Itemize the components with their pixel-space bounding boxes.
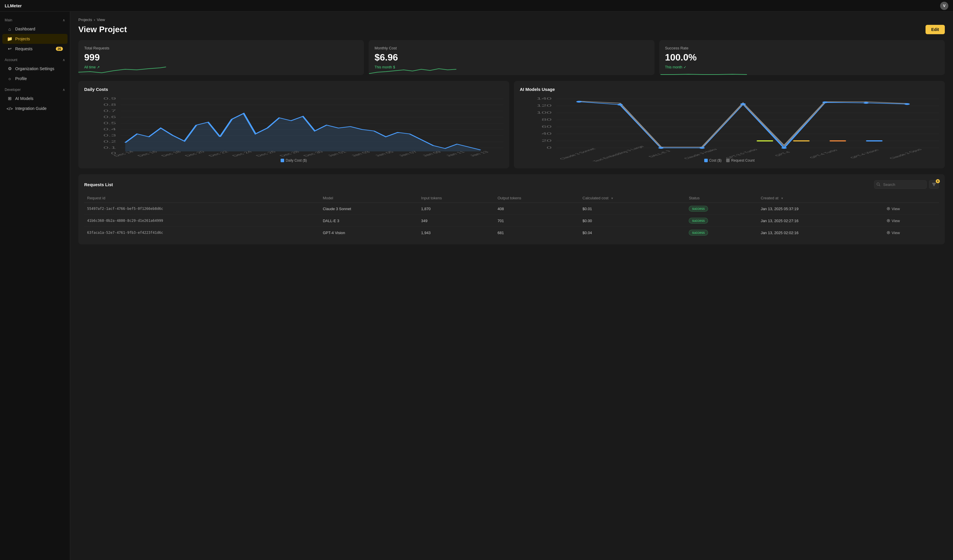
svg-rect-72	[830, 140, 846, 141]
svg-point-52	[576, 101, 582, 102]
filter-button[interactable]: 0	[929, 180, 939, 189]
legend-label-daily-cost: Daily Cost ($)	[286, 158, 307, 163]
cell-input-tokens: 1,943	[418, 227, 495, 239]
table-header: Request id Model Input tokens Output tok…	[84, 194, 939, 203]
app-body: Main ∧ ⌂ Dashboard 📁 Projects ↩ Requests…	[0, 12, 953, 560]
svg-text:GPT-4 Vision: GPT-4 Vision	[849, 149, 880, 159]
sidebar-item-projects[interactable]: 📁 Projects	[2, 34, 68, 44]
breadcrumb-current: View	[97, 17, 105, 22]
sidebar-item-integration-guide[interactable]: </> Integration Guide	[2, 104, 68, 113]
daily-costs-title: Daily Costs	[84, 87, 503, 92]
table-row: 55497af2-1acf-4766-bef5-0f1266eb8d6c Cla…	[84, 203, 939, 215]
legend-dot-daily-cost	[281, 159, 284, 162]
stat-value-monthly-cost: $6.96	[374, 52, 649, 63]
legend-dot-cost	[704, 159, 708, 162]
filter-badge: 0	[936, 179, 940, 183]
requests-icon: ↩	[7, 46, 12, 51]
cell-request-id: 55497af2-1acf-4766-bef5-0f1266eb8d6c	[84, 203, 320, 215]
svg-text:GPT-4 Turbo: GPT-4 Turbo	[808, 149, 839, 159]
cell-cost: $0.01	[580, 203, 686, 215]
sidebar-item-profile[interactable]: ○ Profile	[2, 74, 68, 84]
profile-icon: ○	[7, 76, 12, 81]
cell-input-tokens: 1,870	[418, 203, 495, 215]
col-actions	[883, 194, 939, 203]
sidebar-item-org-settings[interactable]: ⚙ Organization Settings	[2, 64, 68, 74]
ai-models-icon: ⊞	[7, 96, 12, 101]
cell-output-tokens: 701	[495, 215, 580, 227]
table-row: 41b6c360-0b2a-4800-8c29-d1e261a64999 DAL…	[84, 215, 939, 227]
table-header-row: Request id Model Input tokens Output tok…	[84, 194, 939, 203]
svg-text:Claude 3 Opus: Claude 3 Opus	[888, 148, 923, 159]
edit-button[interactable]: Edit	[925, 25, 945, 34]
ai-models-legend: Cost ($) Request Count	[520, 158, 939, 163]
search-icon-wrap	[874, 180, 927, 189]
svg-rect-71	[793, 140, 809, 141]
requests-tbody: 55497af2-1acf-4766-bef5-0f1266eb8d6c Cla…	[84, 203, 939, 239]
created-at-sort-icon: ▼	[781, 197, 784, 200]
requests-card: Requests List	[78, 174, 945, 244]
cell-created-at: Jan 13, 2025 05:37:19	[758, 203, 883, 215]
col-created-at[interactable]: Created at ▼	[758, 194, 883, 203]
svg-text:60: 60	[542, 125, 552, 128]
cell-view[interactable]: View	[883, 227, 939, 239]
daily-costs-card: Daily Costs 0.9 0.8 0.7 0.6	[78, 81, 509, 168]
cell-model: GPT-4 Vision	[320, 227, 418, 239]
svg-text:20: 20	[542, 139, 552, 142]
cell-view[interactable]: View	[883, 203, 939, 215]
legend-label-request-count: Request Count	[731, 158, 754, 163]
col-model: Model	[320, 194, 418, 203]
cell-output-tokens: 681	[495, 227, 580, 239]
main-content: Projects › View View Project Edit Total …	[70, 12, 953, 560]
svg-text:Claude 3 Haiku: Claude 3 Haiku	[682, 148, 718, 160]
svg-point-82	[888, 220, 889, 221]
svg-point-59	[863, 102, 869, 104]
dashboard-icon: ⌂	[7, 26, 12, 31]
col-output-tokens: Output tokens	[495, 194, 580, 203]
cell-output-tokens: 408	[495, 203, 580, 215]
sidebar-item-dashboard[interactable]: ⌂ Dashboard	[2, 24, 68, 34]
integration-icon: </>	[7, 106, 12, 111]
svg-text:Jan 03: Jan 03	[349, 150, 371, 157]
topbar: LLMeter V	[0, 0, 953, 12]
requests-badge: 26	[56, 47, 63, 51]
cell-input-tokens: 349	[418, 215, 495, 227]
ai-models-card: AI Models Usage 140 120 100 80	[514, 81, 945, 168]
sidebar-section-developer: Developer ∧ ⊞ AI Models </> Integration …	[0, 86, 70, 113]
sidebar-item-org-settings-label: Organization Settings	[15, 66, 54, 71]
stat-label-success-rate: Success Rate	[665, 46, 939, 50]
stats-row: Total Requests 999 All time ↗ Monthly Co…	[78, 40, 945, 75]
svg-point-84	[888, 232, 889, 233]
legend-dot-request-count	[726, 159, 729, 162]
svg-text:140: 140	[536, 97, 552, 100]
page-header: View Project Edit	[78, 25, 945, 34]
requests-table: Request id Model Input tokens Output tok…	[84, 194, 939, 239]
stat-card-success-rate: Success Rate 100.0% This month ✓	[659, 40, 945, 75]
search-input[interactable]	[874, 180, 927, 189]
svg-rect-70	[757, 140, 773, 141]
svg-text:40: 40	[542, 132, 552, 135]
svg-text:0.4: 0.4	[104, 128, 116, 131]
svg-text:80: 80	[542, 118, 552, 121]
svg-text:Jan 01: Jan 01	[326, 150, 348, 157]
svg-text:0.9: 0.9	[104, 97, 116, 100]
cell-view[interactable]: View	[883, 215, 939, 227]
cell-status: success	[686, 215, 758, 227]
svg-point-57	[781, 147, 787, 149]
col-calculated-cost[interactable]: Calculated cost ▼	[580, 194, 686, 203]
sidebar-item-ai-models[interactable]: ⊞ AI Models	[2, 93, 68, 104]
sidebar-item-ai-models-label: AI Models	[15, 96, 33, 101]
svg-rect-73	[866, 140, 883, 141]
user-avatar[interactable]: V	[940, 2, 948, 10]
stat-value-success-rate: 100.0%	[665, 52, 939, 63]
projects-icon: 📁	[7, 36, 12, 42]
org-settings-icon: ⚙	[7, 66, 12, 71]
legend-label-cost: Cost ($)	[709, 158, 722, 163]
sidebar-item-projects-label: Projects	[15, 37, 30, 41]
breadcrumb-parent[interactable]: Projects	[78, 17, 92, 22]
sidebar-item-requests[interactable]: ↩ Requests 26	[2, 44, 68, 54]
app-logo: LLMeter	[5, 3, 22, 8]
col-input-tokens: Input tokens	[418, 194, 495, 203]
cell-status: success	[686, 203, 758, 215]
svg-text:Jan 07: Jan 07	[397, 150, 419, 157]
svg-text:DALL-E 3: DALL-E 3	[647, 150, 672, 158]
